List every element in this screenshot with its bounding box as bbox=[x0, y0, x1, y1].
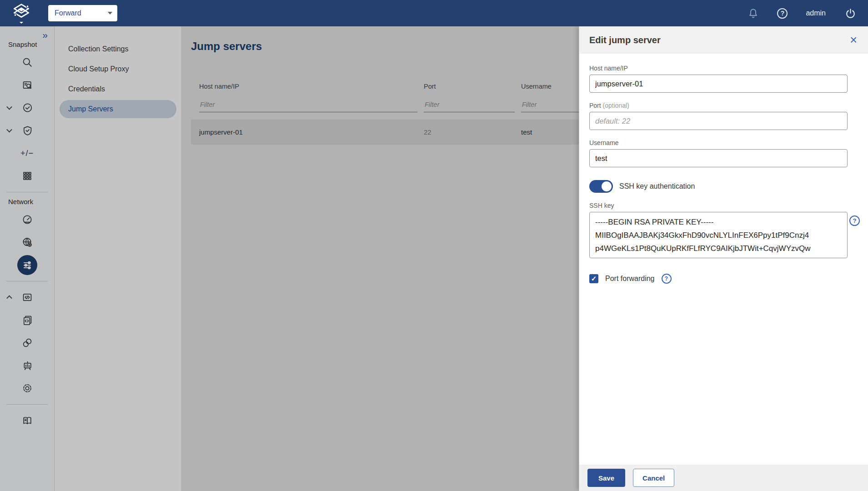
chevron-down-icon bbox=[108, 12, 112, 15]
username-field-label: Username bbox=[589, 139, 858, 146]
network-selector-label: Forward bbox=[55, 9, 81, 17]
port-field-label: Port (optional) bbox=[589, 102, 858, 109]
port-forwarding-label: Port forwarding bbox=[605, 275, 655, 283]
logo-caret-icon bbox=[20, 22, 23, 24]
drawer-backdrop[interactable] bbox=[0, 26, 579, 491]
port-input[interactable] bbox=[589, 112, 848, 130]
ssh-auth-toggle[interactable] bbox=[589, 180, 613, 193]
logo-icon bbox=[11, 3, 31, 21]
port-forwarding-row: Port forwarding bbox=[589, 274, 858, 284]
edit-jump-server-drawer: Edit jump server × Host name/IP Port (op… bbox=[579, 26, 868, 491]
drawer-header: Edit jump server × bbox=[579, 26, 868, 54]
drawer-title: Edit jump server bbox=[589, 35, 661, 45]
ssh-key-help-icon[interactable] bbox=[849, 215, 860, 226]
cancel-button[interactable]: Cancel bbox=[633, 469, 674, 487]
port-forwarding-checkbox[interactable] bbox=[589, 274, 598, 283]
user-menu[interactable]: admin bbox=[806, 9, 826, 17]
help-icon[interactable] bbox=[777, 8, 788, 19]
network-selector-dropdown[interactable]: Forward bbox=[48, 5, 117, 21]
host-field-label: Host name/IP bbox=[589, 65, 858, 72]
ssh-key-label: SSH key bbox=[589, 202, 858, 209]
ssh-key-textarea[interactable]: -----BEGIN RSA PRIVATE KEY----- MIIBOgIB… bbox=[589, 212, 848, 258]
port-optional-hint: (optional) bbox=[603, 102, 629, 109]
ssh-auth-toggle-row: SSH key authentication bbox=[589, 180, 858, 193]
close-icon[interactable]: × bbox=[850, 35, 857, 45]
port-forwarding-help-icon[interactable] bbox=[662, 274, 672, 284]
power-logout-icon[interactable] bbox=[845, 8, 856, 19]
notifications-bell-icon[interactable] bbox=[748, 8, 759, 19]
toggle-knob bbox=[602, 181, 612, 191]
ssh-key-area: -----BEGIN RSA PRIVATE KEY----- MIIBOgIB… bbox=[589, 212, 858, 260]
drawer-body: Host name/IP Port (optional) Username SS… bbox=[579, 54, 868, 465]
forward-networks-logo[interactable] bbox=[8, 3, 35, 24]
save-button[interactable]: Save bbox=[587, 469, 625, 487]
ssh-auth-label: SSH key authentication bbox=[619, 182, 695, 190]
username-input[interactable] bbox=[589, 149, 848, 167]
topbar: Forward admin bbox=[0, 0, 868, 26]
host-input[interactable] bbox=[589, 75, 848, 93]
drawer-footer: Save Cancel bbox=[579, 465, 868, 491]
